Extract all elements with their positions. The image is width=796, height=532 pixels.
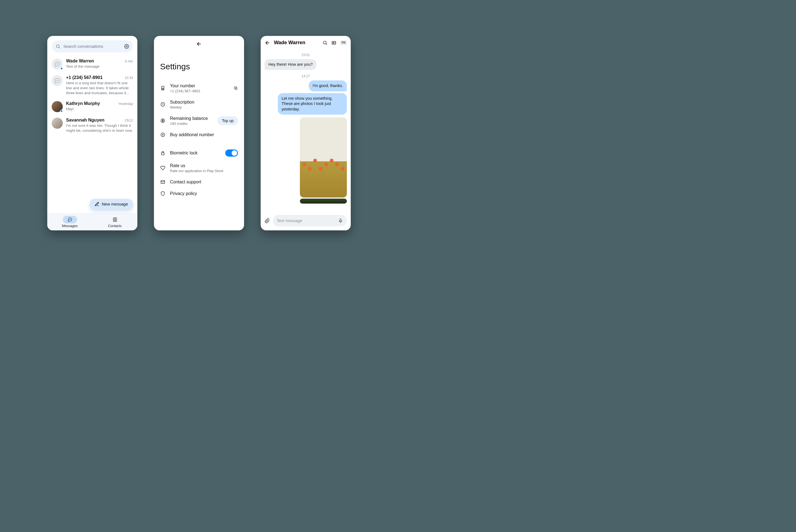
setting-balance[interactable]: Remaining balance 190 credits Top up <box>160 113 238 129</box>
back-button[interactable] <box>264 40 271 46</box>
avatar <box>52 59 63 70</box>
svg-rect-29 <box>332 41 336 44</box>
setting-value: Weekly <box>170 105 238 109</box>
svg-line-1 <box>59 47 60 48</box>
attach-icon[interactable] <box>264 218 270 224</box>
chat-body: 15:01 Hey there! How are you? 14:27 I'm … <box>261 49 351 212</box>
photo-message[interactable] <box>300 198 347 204</box>
lock-icon <box>160 151 166 155</box>
conversation-time: 5 min <box>125 59 133 63</box>
nav-contacts[interactable]: Contacts <box>92 213 137 230</box>
conversation-name: Kathryn Murphy <box>66 101 100 106</box>
setting-label: Biometric lock <box>170 151 221 155</box>
contacts-icon <box>112 217 117 222</box>
chat-title: Wade Warren <box>274 40 319 45</box>
svg-rect-16 <box>162 88 164 90</box>
contact-card-icon[interactable] <box>331 40 336 45</box>
svg-point-2 <box>126 45 127 47</box>
svg-point-6 <box>56 80 56 81</box>
svg-point-27 <box>323 41 327 44</box>
setting-biometric[interactable]: Biometric lock <box>160 146 238 160</box>
conversation-item[interactable]: +1 (234) 567-8901 15:33 Here is a long t… <box>47 72 137 99</box>
setting-value: 190 credits <box>170 121 213 126</box>
biometric-toggle[interactable] <box>225 149 238 157</box>
copy-icon[interactable] <box>234 86 238 90</box>
nav-messages[interactable]: Messages <box>47 213 92 230</box>
svg-rect-24 <box>162 153 164 155</box>
conversation-name: +1 (234) 567-8901 <box>66 75 103 80</box>
setting-privacy-policy[interactable]: Privacy policy <box>160 188 238 200</box>
search-bar[interactable] <box>52 40 133 53</box>
avatar <box>52 75 63 86</box>
setting-label: Contact support <box>170 179 238 185</box>
unread-dot <box>60 110 63 112</box>
settings-icon[interactable] <box>124 44 129 49</box>
conversation-preview: Here is a long text that doesn't fit one… <box>66 81 133 96</box>
conversation-item[interactable]: Kathryn Murphy Yesterday Hey! <box>47 98 137 115</box>
new-message-button[interactable]: New message <box>90 199 133 209</box>
svg-point-3 <box>56 64 56 64</box>
composer-input-wrap[interactable] <box>273 215 347 227</box>
conversation-item[interactable]: Savannah Nguyen 25/12 I'm not sure it wa… <box>47 115 137 136</box>
setting-buy-number[interactable]: Buy additional number <box>160 129 238 140</box>
setting-label: Privacy policy <box>170 191 238 196</box>
settings-title: Settings <box>160 62 238 71</box>
message-incoming[interactable]: Hey there! How are you? <box>264 59 316 70</box>
plus-circle-icon <box>160 132 166 137</box>
shield-icon <box>160 191 166 196</box>
dollar-icon <box>160 118 166 123</box>
chat-screen: Wade Warren PR 15:01 Hey there! How are … <box>261 36 351 230</box>
conversation-name: Wade Warren <box>66 59 94 63</box>
setting-label: Rate us <box>170 163 238 168</box>
setting-label: Remaining balance <box>170 116 213 121</box>
conversation-preview: Text of the message <box>66 64 133 69</box>
conversation-item[interactable]: Wade Warren 5 min Text of the message <box>47 56 137 72</box>
message-outgoing[interactable]: Let me show you something. These are pho… <box>278 93 347 115</box>
top-up-button[interactable]: Top up <box>218 116 238 125</box>
svg-point-5 <box>58 64 58 64</box>
svg-point-10 <box>70 219 70 220</box>
svg-point-8 <box>58 80 58 81</box>
conversation-name: Savannah Nguyen <box>66 118 105 122</box>
messages-icon <box>68 217 72 222</box>
conversation-time: 25/12 <box>125 118 133 122</box>
conversation-time: 15:33 <box>125 76 133 80</box>
unread-dot <box>60 67 63 70</box>
new-message-label: New message <box>102 202 128 206</box>
message-outgoing[interactable]: I'm good, thanks. <box>309 80 347 91</box>
search-input[interactable] <box>63 44 121 49</box>
search-icon <box>56 44 60 49</box>
pr-badge: PR <box>340 40 347 45</box>
messages-screen: Wade Warren 5 min Text of the message +1… <box>47 36 137 230</box>
compose-icon <box>94 202 99 207</box>
conversation-list: Wade Warren 5 min Text of the message +1… <box>47 55 137 213</box>
conversation-preview: Hey! <box>66 107 133 112</box>
svg-point-30 <box>333 42 334 43</box>
avatar <box>52 118 63 129</box>
setting-value: +1 (234) 567–8901 <box>170 89 229 93</box>
composer <box>261 212 351 230</box>
sim-icon <box>160 86 166 91</box>
timestamp: 15:01 <box>264 53 347 57</box>
nav-messages-label: Messages <box>62 224 78 228</box>
setting-contact-support[interactable]: Contact support <box>160 176 238 188</box>
setting-subscription[interactable]: Subscription Weekly <box>160 96 238 113</box>
svg-point-0 <box>56 45 59 48</box>
chat-header: Wade Warren PR <box>261 36 351 49</box>
setting-your-number[interactable]: Your number +1 (234) 567–8901 <box>160 80 238 96</box>
svg-point-13 <box>114 218 115 220</box>
back-button[interactable] <box>160 41 238 47</box>
mail-icon <box>160 179 166 185</box>
avatar <box>52 101 63 112</box>
search-icon[interactable] <box>322 40 328 45</box>
composer-input[interactable] <box>277 218 335 223</box>
svg-line-28 <box>326 44 327 44</box>
setting-label: Buy additional number <box>170 132 238 137</box>
conversation-preview: I'm not sure it was her. Though I think … <box>66 123 133 133</box>
setting-label: Subscription <box>170 100 238 105</box>
photo-message[interactable] <box>300 117 347 197</box>
bottom-nav: Messages Contacts <box>47 213 137 230</box>
mic-icon[interactable] <box>338 218 343 223</box>
timestamp: 14:27 <box>264 74 347 78</box>
setting-rate-us[interactable]: Rate us Rate our application in Play Sto… <box>160 160 238 176</box>
